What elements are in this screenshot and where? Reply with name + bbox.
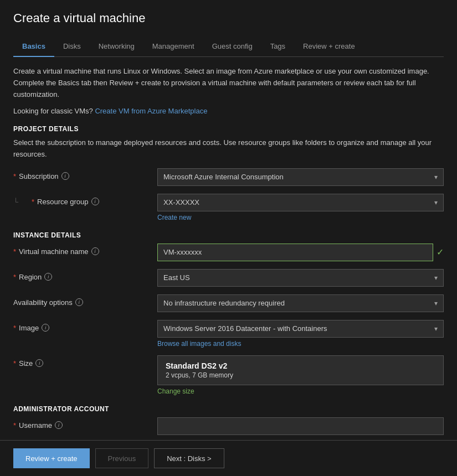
size-box: Standard DS2 v2 2 vcpus, 7 GB memory [157,355,444,385]
image-required: * [13,324,16,332]
rg-chevron-icon: ▾ [434,199,438,206]
size-required: * [13,359,16,368]
region-row: * Region i East US ▾ [13,269,444,287]
username-row: * Username i [13,417,444,435]
availability-control: No infrastructure redundancy required ▾ [157,294,444,312]
instance-details-header: INSTANCE DETAILS [13,231,444,239]
image-label: Image [19,324,39,332]
region-value: East US [163,273,190,282]
tab-basics[interactable]: Basics [13,37,54,57]
size-control: Standard DS2 v2 2 vcpus, 7 GB memory Cha… [157,355,444,395]
username-control [157,417,444,435]
username-info-icon[interactable]: i [55,421,63,429]
description-text: Create a virtual machine that runs Linux… [13,66,444,100]
rg-control: XX-XXXXX ▾ Create new [157,194,444,221]
footer-bar: Review + create Previous Next : Disks > [0,440,457,476]
image-control: Windows Server 2016 Datacenter - with Co… [157,320,444,348]
tab-disks[interactable]: Disks [54,37,90,57]
username-required: * [13,421,16,430]
image-dropdown[interactable]: Windows Server 2016 Datacenter - with Co… [157,320,444,338]
vm-name-row: * Virtual machine name i ✓ [13,244,444,261]
region-chevron-icon: ▾ [434,274,438,282]
subscription-control: Microsoft Azure Internal Consumption ▾ [157,168,444,186]
size-name: Standard DS2 v2 [166,361,435,370]
region-info-icon[interactable]: i [44,273,52,281]
size-row: * Size i Standard DS2 v2 2 vcpus, 7 GB m… [13,355,444,395]
image-value: Windows Server 2016 Datacenter - with Co… [163,324,327,333]
availability-value: No infrastructure redundancy required [163,299,285,307]
tabs-bar: Basics Disks Networking Management Guest… [13,37,444,57]
classic-vms-label: Looking for classic VMs? [13,107,93,115]
create-new-link[interactable]: Create new [157,214,444,221]
image-info-icon[interactable]: i [42,324,49,332]
admin-account-header: ADMINISTRATOR ACCOUNT [13,405,444,413]
size-detail: 2 vcpus, 7 GB memory [166,371,435,379]
image-chevron-icon: ▾ [434,325,438,333]
page-title: Create a virtual machine [13,11,444,25]
resource-group-dropdown[interactable]: XX-XXXXX ▾ [157,194,444,211]
size-label: Size [19,359,33,368]
subscription-chevron-icon: ▾ [434,173,438,181]
rg-required: * [32,198,34,206]
vm-name-label: Virtual machine name [19,247,89,256]
username-label: Username [19,421,52,430]
vm-name-control: ✓ [157,244,444,261]
previous-button[interactable]: Previous [95,448,149,468]
next-disks-button[interactable]: Next : Disks > [154,448,224,468]
resource-group-row: └ * Resource group i XX-XXXXX ▾ Create n… [13,194,444,221]
subscription-row: * Subscription i Microsoft Azure Interna… [13,168,444,186]
rg-label: Resource group [37,198,89,206]
vm-name-info-icon[interactable]: i [91,247,99,255]
vm-name-valid-icon: ✓ [437,247,444,257]
availability-chevron-icon: ▾ [434,299,438,307]
username-input[interactable] [157,417,444,435]
availability-row: Availability options i No infrastructure… [13,294,444,312]
vm-name-required: * [13,247,16,256]
project-details-header: PROJECT DETAILS [13,125,444,133]
classic-vms-link[interactable]: Create VM from Azure Marketplace [95,107,207,115]
region-label: Region [19,273,42,281]
classic-vms-line: Looking for classic VMs? Create VM from … [13,107,444,115]
tab-networking[interactable]: Networking [90,37,143,57]
region-required: * [13,273,16,281]
subscription-label: Subscription [19,172,59,180]
project-details-desc: Select the subscription to manage deploy… [13,137,444,161]
subscription-value: Microsoft Azure Internal Consumption [163,173,284,181]
size-info-icon[interactable]: i [35,359,43,367]
change-size-link[interactable]: Change size [157,387,444,395]
vm-name-input[interactable] [157,244,433,261]
image-row: * Image i Windows Server 2016 Datacenter… [13,320,444,348]
review-create-button[interactable]: Review + create [13,448,90,468]
browse-images-link[interactable]: Browse all images and disks [157,340,444,348]
tab-tags[interactable]: Tags [261,37,294,57]
region-dropdown[interactable]: East US ▾ [157,269,444,287]
subscription-dropdown[interactable]: Microsoft Azure Internal Consumption ▾ [157,168,444,186]
availability-label: Availability options [13,298,73,307]
subscription-info-icon[interactable]: i [61,172,69,180]
tab-management[interactable]: Management [143,37,203,57]
tab-guest-config[interactable]: Guest config [203,37,261,57]
subscription-required: * [13,172,16,180]
rg-value: XX-XXXXX [163,198,199,206]
region-control: East US ▾ [157,269,444,287]
tab-review-create[interactable]: Review + create [294,37,364,57]
availability-info-icon[interactable]: i [75,298,83,306]
availability-dropdown[interactable]: No infrastructure redundancy required ▾ [157,294,444,312]
rg-info-icon[interactable]: i [91,198,99,205]
